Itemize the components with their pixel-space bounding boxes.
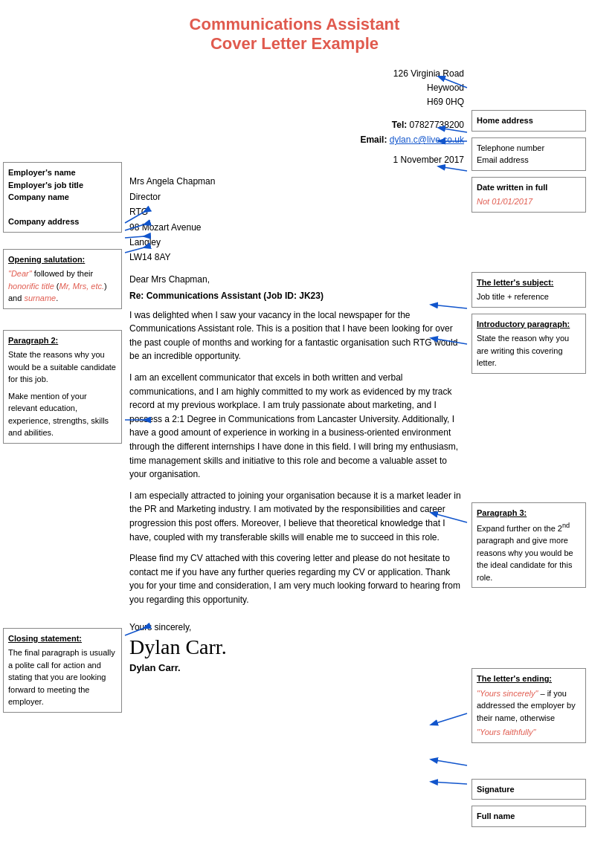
company-address-label: Company address xyxy=(8,216,117,228)
para2-text: I am an excellent communicator that exce… xyxy=(129,372,458,479)
annot-box-signature: Signature xyxy=(471,779,586,800)
para3-body: Expand further on the 2nd paragraph and … xyxy=(477,521,581,583)
home-address-label: Home address xyxy=(477,114,581,127)
para2-body1: State the reasons why you would be a sui… xyxy=(8,349,117,386)
subject-line: Re: Communications Assistant (Job ID: JK… xyxy=(129,291,464,301)
subject-text: Re: Communications Assistant (Job ID: JK… xyxy=(129,291,324,301)
para2-body2: Make mention of your relevant education,… xyxy=(8,390,117,439)
letter-date: 1 November 2017 xyxy=(129,155,464,165)
annot-box-intro: Introductory paragraph: State the reason… xyxy=(471,314,586,374)
title-line2: Cover Letter Example xyxy=(7,34,582,54)
closing-title: Closing statement: xyxy=(8,632,117,645)
para2: I am an excellent communicator that exce… xyxy=(129,371,464,482)
closing-text: Yours sincerely, xyxy=(129,622,464,632)
email-value: dylan.c@live.co.uk xyxy=(390,135,464,145)
full-name: Dylan Carr. xyxy=(129,662,464,673)
annot-box-home-address: Home address xyxy=(471,110,586,132)
para3: I am especially attracted to joining you… xyxy=(129,489,464,544)
intro-label: Introductory paragraph: xyxy=(477,318,581,331)
signature: Dylan Carr. xyxy=(129,635,464,659)
address-line3: H69 0HQ xyxy=(427,97,464,107)
right-col: Home address Telephone number Email addr… xyxy=(469,67,589,833)
company-address3: LW14 8AY xyxy=(129,252,171,262)
annot-box-para2: Paragraph 2: State the reasons why you w… xyxy=(3,330,122,444)
main-layout: Employer's name Employer's job title Com… xyxy=(0,67,589,833)
ending-label: The letter's ending: xyxy=(477,673,581,685)
annot-box-ending: The letter's ending: "Yours sincerely" –… xyxy=(471,668,586,743)
left-col: Employer's name Employer's job title Com… xyxy=(0,67,125,833)
fullname-label: Full name xyxy=(477,810,581,823)
letter-contact: Tel: 07827738200 Email: dylan.c@live.co.… xyxy=(129,117,464,148)
para3-text: I am especially attracted to joining you… xyxy=(129,490,461,542)
employer-title-label: Employer's job title xyxy=(8,179,117,192)
tel-label: Tel: xyxy=(392,120,407,130)
letter-closing: Yours sincerely, Dylan Carr. Dylan Carr. xyxy=(129,622,464,673)
annot-box-subject: The letter's subject: Job title + refere… xyxy=(471,272,586,308)
company-name: RTG xyxy=(129,207,148,217)
title-line1: Communications Assistant xyxy=(7,15,582,34)
email-addr-label: Email address xyxy=(477,154,581,166)
subject-body: Job title + reference xyxy=(477,291,581,303)
company-address2: Langley xyxy=(129,237,161,247)
closing-body: The final paragraph is usually a polite … xyxy=(8,647,117,708)
letter-col: 126 Virginia Road Heywood H69 0HQ Tel: 0… xyxy=(125,67,469,833)
para4: Please find my CV attached with this cov… xyxy=(129,551,464,606)
para1-text: I was delighted when I saw your vacancy … xyxy=(129,310,457,362)
para3-label: Paragraph 3: xyxy=(477,507,581,519)
employer-block: Mrs Angela Chapman Director RTG 98 Mozar… xyxy=(129,174,464,265)
annot-box-para3: Paragraph 3: Expand further on the 2nd p… xyxy=(471,502,586,589)
annot-box-closing: Closing statement: The final paragraph i… xyxy=(3,628,122,713)
address-line1: 126 Virginia Road xyxy=(393,68,464,79)
ending-body1: "Yours sincerely" – if you addressed the… xyxy=(477,687,581,725)
salutation-title: Opening salutation: xyxy=(8,253,117,266)
salutation: Dear Mrs Chapman, xyxy=(129,274,464,285)
subject-label: The letter's subject: xyxy=(477,276,581,289)
para1: I was delighted when I saw your vacancy … xyxy=(129,308,464,363)
page: Communications Assistant Cover Letter Ex… xyxy=(0,0,589,868)
title-section: Communications Assistant Cover Letter Ex… xyxy=(0,15,589,54)
annot-box-fullname: Full name xyxy=(471,806,586,827)
company-name-label: Company name xyxy=(8,191,117,204)
not-date-label: Not 01/01/2017 xyxy=(477,195,581,208)
annot-box-date: Date written in full Not 01/01/2017 xyxy=(471,177,586,213)
date-value: 1 November 2017 xyxy=(393,155,464,165)
tel-value: 07827738200 xyxy=(410,120,464,130)
employer-name-label: Employer's name xyxy=(8,166,117,179)
annot-box-salutation: Opening salutation: "Dear" followed by t… xyxy=(3,249,122,309)
para2-title: Paragraph 2: xyxy=(8,334,117,347)
page-wrapper: Communications Assistant Cover Letter Ex… xyxy=(0,0,589,868)
signature-label: Signature xyxy=(477,783,581,796)
para4-text: Please find my CV attached with this cov… xyxy=(129,553,460,605)
email-label: Email: xyxy=(360,135,387,145)
company-address1: 98 Mozart Avenue xyxy=(129,222,202,233)
annot-box-contact: Telephone number Email address xyxy=(471,137,586,171)
address-line2: Heywood xyxy=(427,82,464,93)
annot-box-employer: Employer's name Employer's job title Com… xyxy=(3,162,122,233)
date-label: Date written in full xyxy=(477,181,581,194)
employer-name: Mrs Angela Chapman xyxy=(129,176,215,187)
telephone-label: Telephone number xyxy=(477,142,581,155)
salutation-text: Dear Mrs Chapman, xyxy=(129,274,210,285)
intro-body: State the reason why you are writing thi… xyxy=(477,332,581,369)
ending-body2: "Yours faithfully" xyxy=(477,726,581,739)
letter-address: 126 Virginia Road Heywood H69 0HQ xyxy=(129,67,464,110)
salutation-body: "Dear" followed by their honorific title… xyxy=(8,268,117,305)
employer-job-title: Director xyxy=(129,192,161,202)
